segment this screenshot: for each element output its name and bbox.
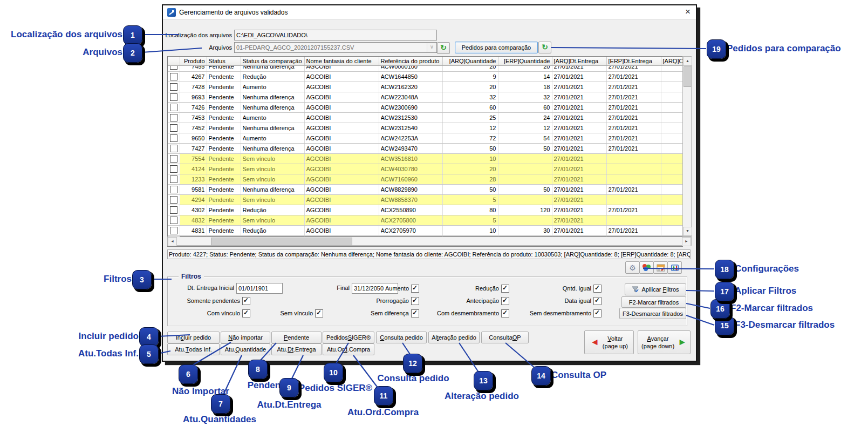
filter-checkbox[interactable]	[593, 297, 602, 305]
compare-orders-button[interactable]: Pedidos para comparação	[455, 42, 538, 53]
horizontal-scrollbar[interactable]: ◄ ►	[167, 236, 692, 246]
action-button-pendente[interactable]: Pendente	[271, 332, 322, 343]
vertical-scrollbar[interactable]: ▲ ▼	[682, 56, 692, 236]
column-header[interactable]: Status da comparação	[241, 57, 304, 66]
action-button-consulta-pedido[interactable]: Consulta pedido	[376, 332, 427, 343]
row-checkbox[interactable]	[170, 206, 177, 214]
column-header[interactable]: [ARQ]OC	[661, 57, 682, 66]
column-header[interactable]: Nome fantasia do cliente	[304, 57, 379, 66]
record-status-bar: Produto: 4227; Status: Pendente; Status …	[167, 249, 691, 259]
f2-mark-filtered-button[interactable]: F2-Marcar filtrados	[621, 296, 686, 308]
refresh-files-button[interactable]: ↻	[437, 42, 450, 54]
vertical-scroll-thumb[interactable]	[684, 66, 692, 87]
table-row[interactable]: 7426PendenteNenhuma diferençaAGCOIBIACW2…	[168, 103, 682, 113]
row-checkbox[interactable]	[170, 196, 177, 204]
callout-badge-5: 5	[139, 344, 159, 364]
row-checkbox[interactable]	[170, 66, 177, 70]
action-button-n-o-importar[interactable]: Não importar	[221, 332, 270, 343]
callout-badge-6: 6	[179, 364, 198, 384]
column-header[interactable]: [ERP]Quantidade	[498, 57, 552, 66]
column-header[interactable]: [ARQ]Dt.Entrega	[552, 57, 606, 66]
refresh-icon: ↻	[440, 43, 447, 52]
column-header[interactable]: Produto	[180, 57, 207, 66]
table-row[interactable]: 1233PendenteSem vínculoAGCOIBIACW7160960…	[168, 174, 682, 185]
calendar-edit-button[interactable]	[653, 261, 668, 274]
table-row[interactable]: 4302PendenteReduçãoAGCOIBIACX25508908012…	[168, 205, 682, 215]
table-row[interactable]: 9581PendenteNenhuma diferençaAGCOIBIACW8…	[168, 185, 682, 195]
table-row[interactable]: 7427PendenteNenhuma diferençaAGCOIBIACW2…	[168, 144, 682, 154]
column-header[interactable]	[168, 57, 180, 66]
column-header[interactable]: Referência do produto	[379, 57, 442, 66]
files-combobox[interactable]: 01-PEDARQ_AGCO_20201207155237.CSV ∨	[234, 42, 437, 53]
row-checkbox[interactable]	[170, 83, 177, 91]
table-row[interactable]: 7455PendenteNenhuma diferençaAGCOIBIACW0…	[168, 66, 682, 72]
filter-label: Data igual	[494, 297, 591, 305]
table-row[interactable]: 7428PendenteAumentoAGCOIBIACW21623202018…	[168, 82, 682, 92]
row-checkbox[interactable]	[170, 104, 177, 111]
filter-label: Prorrogação	[312, 297, 409, 305]
callout-badge-8: 8	[248, 360, 268, 379]
row-checkbox[interactable]	[170, 114, 177, 121]
location-field[interactable]: C:\EDI_AGCO\VALIDADO\	[234, 30, 437, 40]
row-checkbox[interactable]	[170, 217, 177, 224]
filter-checkbox[interactable]	[593, 309, 602, 317]
settings-gears-button[interactable]: ⚙	[625, 261, 640, 274]
action-button-atu-quantidade[interactable]: Atu.Quantidade	[221, 343, 270, 355]
table-row[interactable]: 4124PendenteSem vínculoAGCOIBIACW4030780…	[168, 164, 682, 174]
action-button-atu-todas-inf-[interactable]: Atu.Todas Inf.	[167, 343, 220, 355]
back-page-up-button[interactable]: ◄ Voltar(page up)	[584, 330, 634, 354]
row-checkbox[interactable]	[170, 93, 177, 101]
action-button-pedidos-siger-[interactable]: Pedidos SIGER®	[323, 332, 374, 343]
table-row[interactable]: 7453PendenteAumentoAGCOIBIACW23125302524…	[168, 113, 682, 123]
sort-arrows-button[interactable]	[667, 261, 682, 274]
scroll-up-icon[interactable]: ▲	[683, 57, 692, 66]
scroll-right-icon[interactable]: ►	[682, 237, 691, 246]
row-checkbox[interactable]	[170, 155, 177, 163]
callout-label-13: Alteração pedido	[374, 390, 590, 403]
row-checkbox[interactable]	[170, 145, 177, 152]
files-label: Arquivos	[189, 42, 232, 53]
row-checkbox[interactable]	[170, 124, 177, 132]
action-button-atu-ord-compra[interactable]: Atu.Ord.Compra	[323, 343, 374, 355]
table-row[interactable]: 4267PendenteReduçãoAGCOIBIACW16448509142…	[168, 72, 682, 82]
colored-spheres-button[interactable]	[639, 261, 654, 274]
table-row[interactable]: 4294PendenteSem vínculoAGCOIBIACW8858370…	[168, 195, 682, 205]
row-checkbox[interactable]	[170, 186, 177, 193]
horizontal-scroll-thumb[interactable]	[211, 238, 352, 246]
filter-checkbox[interactable]	[242, 297, 250, 305]
f3-unmark-filtered-button[interactable]: F3-Desmarcar filtrados	[619, 308, 686, 319]
refresh-icon: ↻	[542, 43, 548, 51]
table-row[interactable]: 9650PendenteAumentoAGCOIBIACW242253A7254…	[168, 133, 682, 144]
filter-checkbox[interactable]	[593, 285, 602, 293]
action-button-incluir-pedido[interactable]: Incluir pedido	[167, 332, 220, 343]
scroll-down-icon[interactable]: ▼	[683, 227, 692, 236]
row-checkbox[interactable]	[170, 175, 177, 183]
callout-badge-19: 19	[707, 39, 726, 59]
apply-filters-button[interactable]: Apllicar Filtros	[625, 283, 686, 295]
chevron-down-icon[interactable]: ∨	[427, 43, 436, 52]
action-button-atu-dt-entrega[interactable]: Atu.Dt.Entrega	[271, 343, 322, 355]
row-checkbox[interactable]	[170, 73, 177, 80]
table-row[interactable]: 7452PendenteNenhuma diferençaAGCOIBIACW2…	[168, 123, 682, 133]
filter-label: Somente pendentes	[143, 297, 240, 305]
callout-badge-1: 1	[123, 25, 142, 45]
date-initial-field[interactable]: 01/01/1901	[236, 283, 283, 294]
row-checkbox[interactable]	[170, 134, 177, 142]
refresh-compare-button[interactable]: ↻	[538, 42, 551, 53]
column-header[interactable]: [ARQ]Quantidade	[442, 57, 498, 66]
action-button-altera-o-pedido[interactable]: Alteração pedido	[428, 332, 480, 343]
table-row[interactable]: 9693PendenteNenhuma diferençaAGCOIBIACW2…	[168, 92, 682, 103]
column-header[interactable]: [ERP]Dt.Entrega	[606, 57, 661, 66]
table-row[interactable]: 4832PendenteSem vínculoAGCOIBIACX2705800…	[168, 215, 682, 226]
table-row[interactable]: 4831PendenteReduçãoAGCOIBIACX27059701030…	[168, 226, 682, 236]
row-checkbox[interactable]	[170, 165, 177, 173]
forward-page-down-button[interactable]: Avançar(page down) ►	[638, 330, 691, 354]
close-icon[interactable]: ×	[685, 6, 691, 17]
scroll-left-icon[interactable]: ◄	[168, 237, 177, 246]
table-row[interactable]: 7554PendenteSem vínculoAGCOIBIACW3516810…	[168, 154, 682, 164]
callout-badge-10: 10	[324, 363, 343, 382]
row-checkbox[interactable]	[170, 227, 177, 234]
action-button-consulta-op[interactable]: Consulta OP	[481, 332, 529, 343]
column-header[interactable]: Status	[207, 57, 241, 66]
filter-label: Qntd. igual	[494, 285, 591, 292]
